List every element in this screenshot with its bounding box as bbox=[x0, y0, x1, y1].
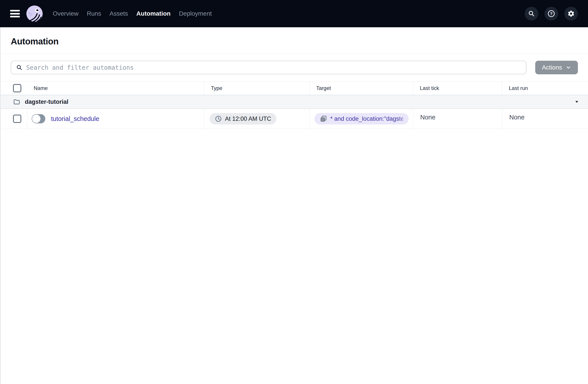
collapse-group-button[interactable] bbox=[574, 99, 579, 104]
row-checkbox[interactable] bbox=[13, 115, 21, 123]
last-run-value: None bbox=[502, 109, 588, 129]
clock-icon bbox=[215, 115, 222, 122]
search-button[interactable] bbox=[525, 7, 538, 21]
nav-item-overview[interactable]: Overview bbox=[53, 10, 79, 17]
caret-down-icon bbox=[574, 99, 579, 104]
group-row-dagster-tutorial[interactable]: dagster-tutorial bbox=[1, 95, 588, 109]
dagster-logo-icon[interactable] bbox=[26, 5, 43, 22]
menu-icon[interactable] bbox=[10, 10, 20, 17]
search-icon bbox=[528, 10, 535, 17]
search-input[interactable] bbox=[26, 64, 521, 71]
chevron-down-icon bbox=[566, 65, 571, 70]
nav-item-runs[interactable]: Runs bbox=[87, 10, 101, 17]
table-header-row: Name Type Target Last tick Last run bbox=[1, 82, 588, 95]
target-selection-label: * and code_location:"dagster-tut bbox=[330, 115, 403, 122]
automation-name-link[interactable]: tutorial_schedule bbox=[51, 115, 99, 123]
column-header-last-tick[interactable]: Last tick bbox=[413, 82, 502, 95]
folder-icon bbox=[13, 98, 21, 106]
primary-nav: Overview Runs Assets Automation Deployme… bbox=[53, 10, 212, 17]
column-header-type[interactable]: Type bbox=[204, 82, 309, 95]
asset-selection-icon bbox=[320, 115, 327, 123]
column-header-target[interactable]: Target bbox=[309, 82, 413, 95]
help-button[interactable]: ? bbox=[545, 7, 558, 21]
svg-text:?: ? bbox=[550, 11, 552, 16]
target-badge[interactable]: * and code_location:"dagster-tut bbox=[315, 113, 409, 125]
main-content: Automation Actions Name Type Target Last… bbox=[0, 27, 588, 384]
search-filter-box bbox=[11, 61, 526, 74]
gear-icon bbox=[567, 10, 575, 17]
actions-button-label: Actions bbox=[542, 64, 562, 71]
schedule-toggle-off[interactable] bbox=[32, 114, 45, 123]
top-navbar: Overview Runs Assets Automation Deployme… bbox=[0, 0, 588, 27]
actions-button[interactable]: Actions bbox=[535, 61, 578, 74]
group-name: dagster-tutorial bbox=[25, 99, 68, 105]
table-row: tutorial_schedule At 12:00 AM UTC bbox=[1, 109, 588, 129]
nav-item-automation[interactable]: Automation bbox=[136, 10, 171, 17]
page-title: Automation bbox=[11, 37, 578, 46]
nav-item-deployment[interactable]: Deployment bbox=[179, 10, 212, 17]
help-icon: ? bbox=[547, 10, 555, 18]
select-all-checkbox[interactable] bbox=[13, 84, 21, 92]
schedule-type-badge[interactable]: At 12:00 AM UTC bbox=[210, 113, 276, 125]
last-tick-value: None bbox=[413, 109, 502, 129]
settings-button[interactable] bbox=[564, 7, 578, 21]
automations-table: Name Type Target Last tick Last run dags… bbox=[1, 81, 588, 129]
schedule-type-label: At 12:00 AM UTC bbox=[225, 115, 271, 122]
column-header-last-run[interactable]: Last run bbox=[502, 82, 588, 95]
column-header-name[interactable]: Name bbox=[27, 82, 204, 95]
nav-item-assets[interactable]: Assets bbox=[109, 10, 128, 17]
search-icon bbox=[16, 64, 23, 71]
